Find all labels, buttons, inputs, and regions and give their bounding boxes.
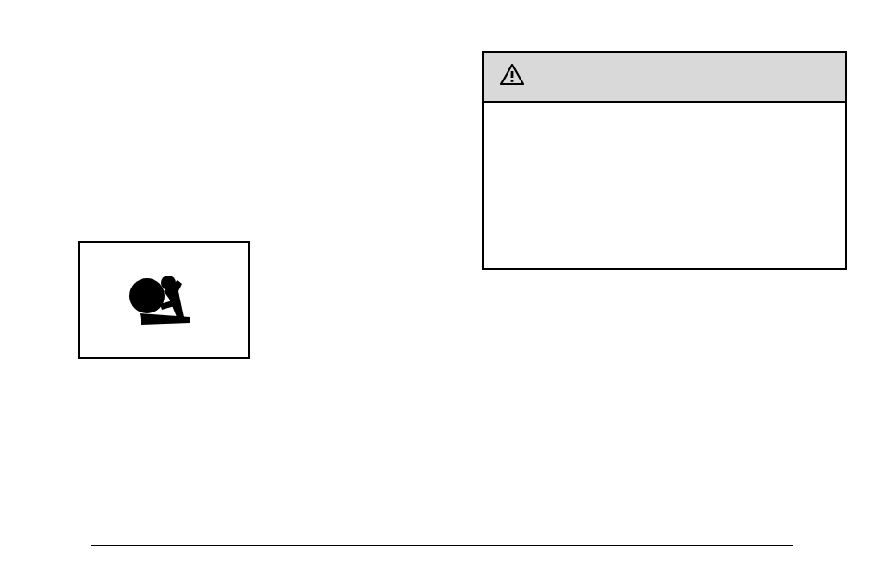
- svg-rect-3: [511, 80, 514, 82]
- footer-rule: [91, 545, 793, 546]
- caution-body: [484, 103, 845, 129]
- warning-triangle-icon: [500, 64, 524, 90]
- caution-header: [484, 53, 845, 103]
- svg-point-0: [129, 278, 165, 313]
- svg-rect-2: [511, 71, 514, 78]
- caution-box: [482, 51, 847, 270]
- airbag-icon: [123, 271, 204, 330]
- airbag-illustration-box: [78, 241, 250, 359]
